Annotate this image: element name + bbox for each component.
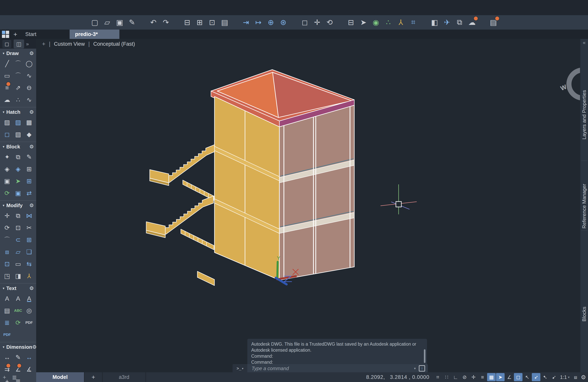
create-block-icon[interactable]: ✦ bbox=[1, 151, 13, 163]
new-tab-button[interactable]: + bbox=[11, 30, 20, 39]
circle-icon[interactable]: ◯ bbox=[23, 58, 35, 70]
line-icon[interactable]: ╱ bbox=[1, 58, 13, 70]
point-icon[interactable]: ∴ bbox=[13, 94, 24, 106]
viewport-layout-icon[interactable]: ⧈ bbox=[571, 373, 580, 381]
spline-icon[interactable]: ∿ bbox=[23, 70, 35, 82]
freehand-sketch-icon[interactable]: ∿ bbox=[23, 94, 35, 106]
collapse-panels-icon[interactable]: « bbox=[580, 40, 588, 46]
find-text-icon[interactable]: ◎ bbox=[23, 305, 35, 317]
linear-dimension-icon[interactable]: ↔ bbox=[23, 351, 35, 363]
annotation-scale-control[interactable]: 1:1 ▾ bbox=[560, 374, 569, 380]
revision-cloud-icon[interactable]: ☁ bbox=[1, 94, 13, 106]
section-gear-icon[interactable]: ⚙ bbox=[29, 202, 34, 209]
autotrack-icon[interactable]: ➶ bbox=[532, 373, 540, 381]
sync-attributes-icon[interactable]: ⟳ bbox=[1, 187, 13, 199]
section-gear-icon[interactable]: ⚙ bbox=[29, 50, 34, 56]
command-dropdown-icon[interactable]: ▾ bbox=[414, 366, 416, 371]
selection-cycling-icon[interactable]: ➤ bbox=[496, 373, 504, 381]
object-snap-icon[interactable]: ✛ bbox=[469, 373, 478, 381]
scale-icon[interactable]: ⊡ bbox=[1, 258, 13, 270]
collapse-caret-icon[interactable]: ▾ bbox=[3, 145, 4, 149]
view-name-label[interactable]: Custom View bbox=[54, 41, 85, 47]
rectangle-icon[interactable]: ▭ bbox=[1, 70, 13, 82]
image-hatch-icon[interactable]: ▨ bbox=[13, 116, 24, 128]
mirror-icon[interactable]: ⋈ bbox=[23, 210, 35, 222]
text-update-icon[interactable]: ⟳ bbox=[13, 317, 24, 329]
gradient-icon[interactable]: ▩ bbox=[23, 116, 35, 128]
text-align-icon[interactable]: ▤ bbox=[1, 305, 13, 317]
visual-style-label[interactable]: Conceptual (Fast) bbox=[93, 41, 135, 47]
ellipse-icon[interactable]: ⊖ bbox=[23, 82, 35, 94]
lineweight-icon[interactable]: ≡ bbox=[478, 373, 487, 381]
pdf-text-settings-icon[interactable]: PDF bbox=[1, 329, 13, 341]
text-style-icon[interactable]: A bbox=[13, 293, 24, 305]
define-attribute-icon[interactable]: ◈ bbox=[13, 163, 24, 175]
dimension-style-icon[interactable]: ✎ bbox=[13, 351, 24, 363]
ortho-mode-icon[interactable]: ∟ bbox=[451, 373, 460, 381]
hatch-boundary-icon[interactable]: ◻ bbox=[1, 128, 13, 140]
annotation-monitor-icon[interactable]: ➷ bbox=[541, 373, 549, 381]
extrude-icon[interactable]: ⧈ bbox=[1, 246, 13, 258]
tab-layers-and-properties[interactable]: Layers and Properties bbox=[580, 76, 588, 154]
arc-icon[interactable]: ⌒ bbox=[13, 70, 24, 82]
write-block-icon[interactable]: ▣ bbox=[1, 175, 13, 187]
align-icon[interactable]: ◳ bbox=[1, 270, 13, 282]
fillet-icon[interactable]: ⌒ bbox=[1, 234, 13, 246]
trim-icon[interactable]: ✂ bbox=[23, 222, 35, 234]
panel-list-button[interactable]: ≣ bbox=[12, 374, 17, 381]
wipeout-icon[interactable]: ◆ bbox=[23, 128, 35, 140]
edit-attribute-icon[interactable]: ◈ bbox=[1, 163, 13, 175]
edit-block-icon[interactable]: ✎ bbox=[23, 151, 35, 163]
tab-predio-3[interactable]: predio-3* bbox=[70, 30, 119, 39]
hatch-icon[interactable]: ▨ bbox=[1, 116, 13, 128]
attribute-display-icon[interactable]: ▣ bbox=[13, 187, 24, 199]
ucs-toggle-icon[interactable]: ↖ bbox=[523, 373, 531, 381]
copy-icon[interactable]: ⧉ bbox=[13, 210, 24, 222]
block-table-icon[interactable]: ⊞ bbox=[23, 163, 35, 175]
command-prompt[interactable]: >_ ▾ bbox=[232, 364, 247, 373]
taper-icon[interactable]: ▱ bbox=[13, 246, 24, 258]
move-icon[interactable]: ✛ bbox=[1, 210, 13, 222]
pdf-import-text-icon[interactable]: PDF bbox=[23, 317, 35, 329]
snap-mode-icon[interactable]: ∷ bbox=[442, 373, 451, 381]
collapse-caret-icon[interactable]: ▾ bbox=[3, 51, 4, 55]
polar-tracking-icon[interactable]: ⊘ bbox=[460, 373, 469, 381]
collapse-caret-icon[interactable]: ▾ bbox=[3, 110, 4, 114]
command-history-scrollbar[interactable] bbox=[424, 349, 425, 363]
stretch-icon[interactable]: ⊡ bbox=[13, 222, 24, 234]
offset-icon[interactable]: ⊂ bbox=[13, 234, 24, 246]
tab-model[interactable]: Model bbox=[36, 372, 84, 382]
underline-text-icon[interactable]: A bbox=[23, 293, 35, 305]
add-layout-button[interactable]: + bbox=[84, 372, 102, 382]
selection-tool-icon[interactable]: ◻ bbox=[2, 40, 11, 48]
section-gear-icon[interactable]: ⚙ bbox=[29, 144, 34, 150]
annotation-scale-sync-icon[interactable]: ➹ bbox=[550, 373, 558, 381]
angular-dimension-icon[interactable]: ∠ bbox=[13, 363, 24, 375]
collapse-caret-icon[interactable]: ▾ bbox=[3, 203, 4, 208]
continue-dimension-icon[interactable]: ⇉ bbox=[1, 363, 13, 375]
replace-block-icon[interactable]: ⇄ bbox=[23, 187, 35, 199]
section-gear-icon[interactable]: ⚙ bbox=[29, 109, 34, 115]
tab-layout-a3rd[interactable]: a3rd bbox=[103, 372, 146, 382]
more-tools-chevron-icon[interactable]: » bbox=[26, 41, 29, 47]
text-list-icon[interactable]: ≣ bbox=[1, 317, 13, 329]
command-input[interactable] bbox=[247, 365, 414, 371]
multiline-icon[interactable]: ≡ bbox=[1, 82, 13, 94]
rotate-icon[interactable]: ⟳ bbox=[1, 222, 13, 234]
cube-view-icon[interactable]: ◫ bbox=[14, 40, 24, 48]
smart-dimension-icon[interactable]: ↔ bbox=[1, 351, 13, 363]
tab-reference-manager[interactable]: Reference Manager bbox=[580, 178, 588, 234]
transparency-icon[interactable]: ▦ bbox=[487, 373, 496, 381]
solid-hatch-icon[interactable]: ▧ bbox=[13, 128, 24, 140]
clean-icon[interactable]: ⅄ bbox=[23, 270, 35, 282]
break-icon[interactable]: ▭ bbox=[13, 258, 24, 270]
add-panel-button[interactable]: + bbox=[3, 374, 6, 381]
tab-blocks[interactable]: Blocks bbox=[580, 299, 588, 329]
tab-start[interactable]: Start bbox=[20, 30, 70, 39]
polyline-icon[interactable]: ⌒ bbox=[13, 58, 24, 70]
collapse-caret-icon[interactable]: ▾ bbox=[3, 286, 4, 290]
grid-display-icon[interactable]: ⌗ bbox=[433, 373, 442, 381]
join-icon[interactable]: ⇆ bbox=[23, 258, 35, 270]
insert-block-icon[interactable]: ⧉ bbox=[13, 151, 24, 163]
spell-check-icon[interactable]: ABC bbox=[13, 305, 24, 317]
